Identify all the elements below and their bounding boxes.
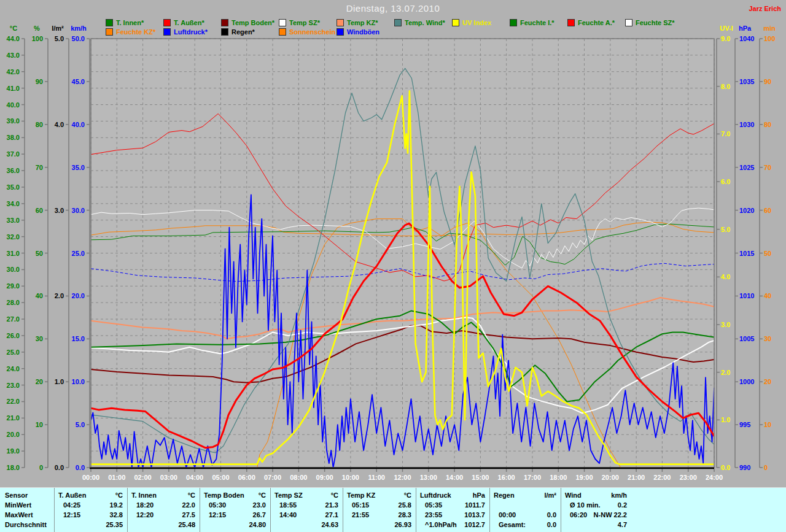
table-row: 4.7	[561, 520, 631, 530]
legend-swatch	[163, 28, 171, 36]
y-axis-tick-label: 41.0	[7, 85, 20, 92]
table-cell-value: 22.0	[182, 501, 200, 509]
legend-label: Luftdruck*	[174, 28, 208, 36]
axis-unit-hpa: hPa	[739, 25, 751, 32]
y-axis-tick-label: 0.0	[76, 464, 85, 471]
y-axis-tick-label: 39.0	[7, 117, 20, 125]
y-axis-tick-label: 34.0	[7, 200, 20, 207]
y-axis-tick-label: 70	[36, 164, 43, 171]
y-axis-tick-label: 32.0	[7, 233, 20, 241]
x-axis-tick-label: 22:00	[653, 474, 671, 481]
x-axis-tick-label: 00:00	[82, 474, 99, 481]
table-column-name: T. Innen	[128, 492, 157, 499]
table-cell-time: 23:55	[416, 511, 442, 519]
y-axis-tick-label: 1040	[739, 35, 754, 42]
axis-unit-rain: l/m²	[52, 25, 64, 32]
y-axis-tick-label: 19.0	[7, 447, 20, 455]
table-row: 04:2519.2	[55, 500, 127, 510]
table-column-temp-sz: Temp SZ°C18:5521.314:4027.124.63	[270, 488, 343, 532]
y-axis-tick-label: 20.0	[72, 292, 85, 299]
y-axis-sun_min: 1009080706050403020100	[760, 35, 775, 471]
y-axis-tick-label: 0	[39, 464, 43, 471]
y-axis-tick-label: 29.0	[7, 282, 20, 290]
y-axis-tick-label: 40	[764, 292, 771, 299]
legend-item-feuchte-sz-: Feuchte SZ*	[625, 19, 675, 26]
table-cell-time: 00:00	[490, 511, 516, 519]
table-cell-time: 04:25	[55, 501, 80, 509]
y-axis-temp_c: 44.043.042.041.040.039.038.037.036.035.0…	[7, 35, 25, 471]
table-row: 25.35	[55, 520, 127, 530]
table-column-unit: °C	[188, 492, 200, 499]
table-column-unit: °C	[115, 492, 127, 499]
table-column-wind: Windkm/hØ 10 min.0.206:20N-NW 22.24.7	[561, 488, 631, 532]
legend-item-feuchte-a-: Feuchte A.*	[567, 19, 615, 26]
y-axis-tick-label: 100	[764, 35, 775, 42]
table-row: 24.80	[200, 520, 270, 530]
table-row: 12:1526.7	[200, 510, 270, 520]
legend-item-temp-kz-: Temp KZ*	[337, 19, 378, 26]
table-column-t-au-en: T. Außen°C04:2519.212:1532.825.35	[54, 488, 127, 532]
table-column-t-innen: T. Innen°C18:2022.012:2027.525.48	[127, 488, 200, 532]
y-axis-tick-label: 80	[764, 121, 771, 128]
y-axis-tick-label: 38.0	[7, 134, 20, 141]
y-axis-tick-label: 995	[739, 421, 750, 428]
table-row: 12:1532.8	[55, 510, 127, 520]
y-axis-tick-label: 36.0	[7, 167, 20, 174]
table-cell-time: 14:40	[271, 511, 297, 519]
table-cell-time: 05:35	[416, 501, 442, 509]
y-axis-tick-label: 10	[764, 421, 771, 428]
x-axis-tick-label: 17:00	[524, 474, 541, 481]
legend-label: Temp Boden*	[232, 19, 274, 26]
table-row: 05:1525.8	[343, 500, 416, 510]
table-row: 00:000.0	[490, 510, 561, 520]
table-column-regen: Regenl/m²00:000.0Gesamt:0.0	[489, 488, 561, 532]
axis-unit-temp_c: °C	[10, 25, 17, 32]
table-cell-value: 1011.7	[465, 501, 489, 509]
y-axis-tick-label: 4.0	[721, 273, 730, 280]
legend-item-feuchte-kz-: Feuchte KZ*	[106, 28, 155, 36]
legend-label: Feuchte SZ*	[636, 19, 675, 26]
y-axis-uv: 9.08.07.06.05.04.03.02.01.00.0	[717, 35, 730, 471]
legend-item-feuchte-i-: Feuchte I.*	[510, 19, 554, 26]
table-row-header: Sensor	[0, 490, 54, 500]
y-axis-tick-label: 1005	[739, 335, 754, 342]
table-cell-value: 28.3	[399, 511, 416, 519]
y-axis-tick-label: 1020	[739, 207, 754, 214]
legend-swatch	[163, 19, 171, 26]
legend-label: Sonnenschein	[289, 28, 335, 36]
legend-swatch	[567, 19, 575, 26]
y-axis-tick-label: 50	[36, 250, 43, 257]
table-cell-value: 25.8	[399, 501, 416, 509]
y-axis-tick-label: 990	[739, 464, 750, 471]
x-axis-tick-label: 05:00	[212, 474, 229, 481]
legend-item-t-au-en-: T. Außen*	[163, 19, 204, 26]
y-axis-tick-label: 1.0	[55, 378, 64, 385]
y-axis-tick-label: 20	[764, 378, 771, 385]
table-row-header: Durchschnitt	[0, 520, 54, 530]
legend-swatch	[625, 19, 632, 26]
x-axis-tick-label: 24:00	[706, 474, 723, 481]
table-cell-value: N-NW 22.2	[594, 511, 631, 519]
table-column-luftdruck: LuftdruckhPa05:351011.723:551013.7^1.0hP…	[416, 488, 489, 532]
table-column-name: Regen	[490, 492, 515, 499]
legend-label: Temp. Wind*	[405, 19, 445, 26]
y-axis-percent: 1009080706050403020100	[32, 35, 48, 471]
legend-label: Temp KZ*	[347, 19, 378, 26]
y-axis-tick-label: 100	[32, 35, 43, 42]
x-axis-tick-label: 14:00	[446, 474, 463, 481]
legend-swatch	[221, 19, 228, 26]
y-axis-tick-label: 30	[764, 335, 771, 342]
x-axis-tick-label: 11:00	[368, 474, 385, 481]
x-axis: 00:0001:0002:0003:0004:0005:0006:0007:00…	[82, 469, 723, 481]
table-cell-value: 25.35	[106, 521, 127, 528]
y-axis-tick-label: 27.0	[7, 315, 20, 323]
y-axis-tick-label: 9.0	[721, 35, 730, 42]
table-row: 26.93	[343, 520, 416, 530]
legend-label: Windböen	[347, 28, 379, 36]
legend-swatch	[337, 19, 344, 26]
table-row: Ø 10 min.0.2	[561, 500, 631, 510]
table-column-unit: l/m²	[544, 492, 561, 499]
y-axis-tick-label: 60	[764, 207, 771, 214]
x-axis-tick-label: 03:00	[160, 474, 177, 481]
legend-swatch	[106, 19, 113, 26]
